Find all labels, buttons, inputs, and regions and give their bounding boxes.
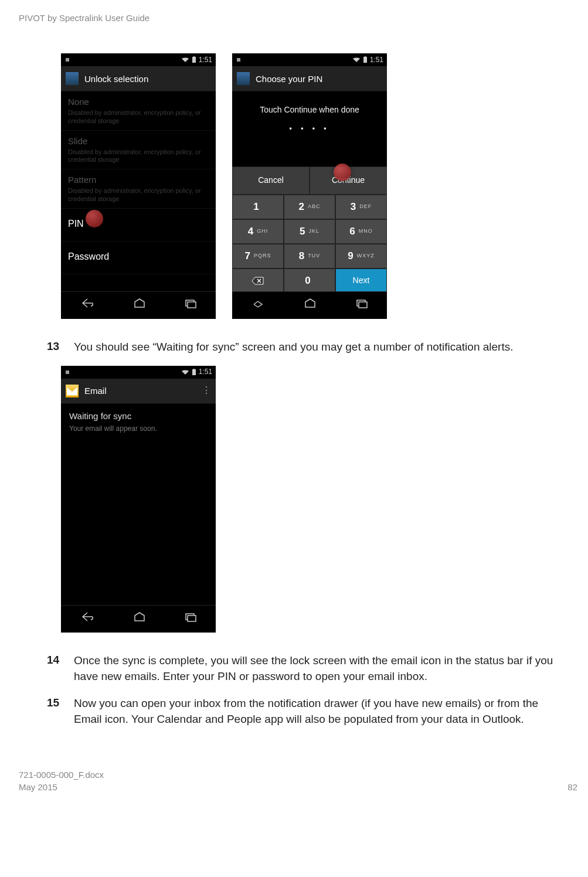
action-bar: Choose your PIN [232, 66, 387, 91]
key-0[interactable]: 0 [284, 268, 335, 293]
numeric-keypad: 1 2ABC 3DEF 4GHI 5JKL 6MNO 7PQRS 8TUV 9W… [232, 195, 387, 293]
unlock-option-none: None Disabled by administrator, encrypti… [61, 91, 216, 131]
option-title: Password [68, 246, 209, 268]
status-bar: 1:51 [61, 366, 216, 379]
unlock-option-password[interactable]: Password [61, 242, 216, 274]
settings-icon [66, 72, 79, 85]
status-time: 1:51 [199, 367, 212, 377]
svg-rect-5 [237, 58, 240, 62]
svg-rect-7 [365, 56, 366, 57]
svg-rect-12 [193, 369, 195, 369]
status-time: 1:51 [370, 55, 383, 65]
unlock-option-pin[interactable]: PIN [61, 209, 216, 242]
screenshot-choose-pin: 1:51 Choose your PIN Touch Continue when… [232, 53, 387, 319]
svg-rect-0 [66, 58, 69, 62]
key-next[interactable]: Next [335, 268, 387, 293]
wifi-icon [181, 57, 189, 63]
svg-rect-9 [359, 302, 367, 308]
running-header: PIVOT by Spectralink User Guide [19, 12, 577, 24]
wifi-icon [352, 57, 361, 63]
wifi-icon [181, 369, 189, 375]
step-text: Now you can open your inbox from the not… [74, 695, 577, 728]
footer-filename: 721-0005-000_F.docx [19, 769, 104, 781]
key-2[interactable]: 2ABC [284, 195, 335, 219]
key-delete[interactable] [232, 268, 284, 293]
step-13: 13 You should see “Waiting for sync” scr… [47, 339, 577, 355]
svg-rect-2 [193, 56, 195, 57]
footer-date: May 2015 [19, 781, 104, 793]
status-left-icon [236, 57, 242, 63]
key-9[interactable]: 9WXYZ [335, 244, 387, 268]
svg-rect-10 [66, 370, 69, 374]
screen-title: Unlock selection [84, 73, 148, 85]
status-time: 1:51 [199, 55, 212, 65]
unlock-option-pattern: Pattern Disabled by administrator, encry… [61, 169, 216, 209]
key-6[interactable]: 6MNO [335, 219, 387, 244]
screen-title: Choose your PIN [256, 73, 322, 85]
svg-rect-11 [192, 369, 196, 375]
cancel-button[interactable]: Cancel [232, 166, 310, 195]
overflow-menu-icon[interactable]: ⋮ [202, 384, 211, 397]
nav-bar [61, 291, 216, 319]
sync-title: Waiting for sync [69, 410, 208, 422]
action-bar: Email ⋮ [61, 379, 216, 404]
screen-title: Email [84, 385, 107, 397]
back-icon[interactable] [251, 298, 264, 312]
sync-subtitle: Your email will appear soon. [69, 424, 208, 434]
back-icon[interactable] [80, 611, 94, 626]
option-title: Slide [68, 135, 209, 147]
key-4[interactable]: 4GHI [232, 219, 284, 244]
recents-icon[interactable] [356, 298, 368, 312]
screenshot-unlock-selection: 1:51 Unlock selection None Disabled by a… [61, 53, 216, 319]
settings-icon [237, 72, 250, 85]
status-left-icon [64, 369, 70, 375]
option-title: None [68, 96, 209, 108]
step-text: Once the sync is complete, you will see … [74, 652, 577, 685]
svg-rect-14 [188, 616, 196, 621]
touch-indicator-icon [334, 164, 351, 181]
battery-icon [192, 56, 196, 63]
recents-icon[interactable] [185, 611, 196, 626]
svg-rect-4 [188, 302, 196, 308]
status-left-icon [64, 57, 70, 63]
option-subtitle: Disabled by administrator, encryption po… [68, 187, 209, 203]
key-7[interactable]: 7PQRS [232, 244, 284, 268]
battery-icon [192, 369, 196, 376]
page-footer: 721-0005-000_F.docx May 2015 82 [19, 769, 577, 793]
svg-rect-6 [363, 57, 367, 63]
page-number: 82 [567, 781, 577, 793]
key-5[interactable]: 5JKL [284, 219, 335, 244]
sync-panel: Waiting for sync Your email will appear … [61, 404, 216, 440]
key-8[interactable]: 8TUV [284, 244, 335, 268]
step-text: You should see “Waiting for sync” screen… [74, 339, 577, 355]
battery-icon [363, 56, 368, 63]
home-icon[interactable] [133, 611, 146, 626]
continue-button[interactable]: Continue [310, 166, 387, 195]
email-icon [66, 385, 79, 397]
pin-dots: • • • • [232, 121, 387, 144]
screenshot-email-sync: 1:51 Email ⋮ Waiting for sync Your email… [61, 366, 216, 633]
option-subtitle: Disabled by administrator, encryption po… [68, 148, 209, 165]
status-bar: 1:51 [61, 53, 216, 66]
touch-indicator-icon [86, 210, 103, 227]
home-icon[interactable] [304, 298, 317, 312]
nav-bar [61, 605, 216, 633]
unlock-option-slide: Slide Disabled by administrator, encrypt… [61, 131, 216, 170]
action-bar: Unlock selection [61, 66, 216, 91]
option-subtitle: Disabled by administrator, encryption po… [68, 109, 209, 125]
step-number: 15 [47, 695, 63, 728]
key-1[interactable]: 1 [232, 195, 284, 219]
option-title: Pattern [68, 174, 209, 186]
back-icon[interactable] [80, 298, 94, 312]
home-icon[interactable] [133, 298, 146, 312]
svg-rect-1 [192, 57, 196, 63]
step-number: 13 [47, 339, 63, 355]
step-15: 15 Now you can open your inbox from the … [47, 695, 577, 728]
pin-instruction: Touch Continue when done [232, 91, 387, 121]
nav-bar [232, 291, 387, 319]
step-number: 14 [47, 652, 63, 685]
status-bar: 1:51 [232, 53, 387, 66]
step-14: 14 Once the sync is complete, you will s… [47, 652, 577, 685]
recents-icon[interactable] [185, 298, 196, 312]
key-3[interactable]: 3DEF [335, 195, 387, 219]
